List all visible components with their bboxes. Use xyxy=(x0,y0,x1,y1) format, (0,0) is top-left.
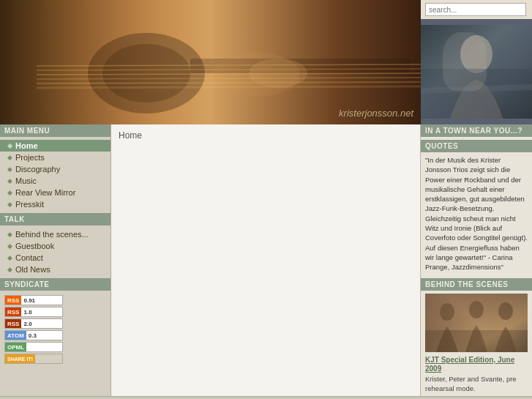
menu-dot: ◆ xyxy=(7,231,12,238)
sidebar-item-guestbook[interactable]: ◆ Guestbook xyxy=(0,240,110,252)
sidebar-item-home[interactable]: ◆ Home xyxy=(0,140,110,152)
main-menu: ◆ Home ◆ Projects ◆ Discography ◆ Music … xyxy=(0,137,110,213)
badge-atom-version: 0.3 xyxy=(26,331,62,340)
quotes-header: QUOTES xyxy=(421,140,532,152)
syndicate-area: RSS 0.91 RSS 1.0 RSS 2.0 ATOM 0.3 OPML xyxy=(0,291,110,368)
badge-share-label: SHARE IT! xyxy=(5,354,35,363)
badge-atom-label: ATOM xyxy=(5,331,26,340)
badge-rss10-label: RSS xyxy=(5,307,21,316)
menu-dot: ◆ xyxy=(7,154,12,161)
talk-header: TALK xyxy=(0,213,110,225)
behind-caption: KJT Special Edition, June 2009 Krister, … xyxy=(421,352,532,397)
svg-rect-21 xyxy=(425,294,528,352)
menu-dot: ◆ xyxy=(7,266,12,273)
menu-dot: ◆ xyxy=(7,165,12,173)
svg-point-19 xyxy=(498,302,513,320)
content-title: Home xyxy=(119,130,413,141)
svg-rect-14 xyxy=(421,69,532,119)
badge-opml-label: OPML xyxy=(5,343,26,351)
menu-dot: ◆ xyxy=(7,189,12,196)
main-menu-header: MAIN MENU xyxy=(0,124,110,137)
share-badge[interactable]: SHARE IT! xyxy=(4,354,63,364)
rss20-badge[interactable]: RSS 2.0 xyxy=(4,318,63,329)
opml-badge[interactable]: OPML xyxy=(4,342,63,352)
behind-header: BEHIND THE SCENES xyxy=(421,278,532,291)
sidebar-item-behind-scenes[interactable]: ◆ Behind the scenes... xyxy=(0,228,110,240)
behind-caption-link[interactable]: KJT Special Edition, June 2009 xyxy=(425,356,514,373)
badge-rss20-label: RSS xyxy=(5,319,21,328)
main-content: Home xyxy=(111,124,421,396)
svg-point-18 xyxy=(469,301,484,318)
nearby-header: IN A TOWN NEAR YOU...? xyxy=(421,124,532,137)
sidebar-item-music[interactable]: ◆ Music xyxy=(0,175,110,187)
atom-badge[interactable]: ATOM 0.3 xyxy=(4,330,63,340)
badge-opml-version xyxy=(26,343,62,351)
search-input[interactable] xyxy=(425,3,526,16)
behind-caption-text: Krister, Peter and Svante, pre rehearsal… xyxy=(425,374,528,394)
footer: (C) 2011 kristerjonsson.net xyxy=(0,396,532,399)
syndicate-header: SYNDICATE xyxy=(0,278,110,291)
svg-point-13 xyxy=(460,35,492,73)
svg-rect-20 xyxy=(425,330,528,352)
menu-dot: ◆ xyxy=(7,177,12,184)
svg-point-10 xyxy=(249,59,307,88)
svg-rect-16 xyxy=(425,294,528,352)
banner-image: kristerjonsson.net xyxy=(0,0,421,124)
talk-menu: ◆ Behind the scenes... ◆ Guestbook ◆ Con… xyxy=(0,225,110,278)
sidebar-item-rear-view-mirror[interactable]: ◆ Rear View Mirror xyxy=(0,187,110,198)
header-photo xyxy=(421,19,532,124)
rss10-badge[interactable]: RSS 1.0 xyxy=(4,307,63,317)
svg-point-1 xyxy=(102,44,190,102)
badge-rss091-label: RSS xyxy=(5,296,21,305)
rss091-badge[interactable]: RSS 0.91 xyxy=(4,295,63,305)
search-box xyxy=(421,0,532,19)
behind-image xyxy=(425,294,528,352)
badge-rss20-version: 2.0 xyxy=(21,319,62,328)
badge-rss10-version: 1.0 xyxy=(21,307,62,316)
sidebar-item-contact[interactable]: ◆ Contact xyxy=(0,252,110,264)
svg-line-15 xyxy=(421,87,532,91)
site-name-watermark: kristerjonsson.net xyxy=(339,108,413,119)
quote-text: "In der Musik des Krister Jonsson Trios … xyxy=(421,152,532,275)
sidebar-item-presskit[interactable]: ◆ Presskit xyxy=(0,198,110,210)
menu-dot: ◆ xyxy=(7,242,12,250)
sidebar-item-old-news[interactable]: ◆ Old News xyxy=(0,264,110,275)
menu-dot: ◆ xyxy=(7,142,12,149)
sidebar-item-projects[interactable]: ◆ Projects xyxy=(0,152,110,163)
sidebar-item-discography[interactable]: ◆ Discography xyxy=(0,163,110,175)
menu-dot: ◆ xyxy=(7,201,12,208)
menu-dot: ◆ xyxy=(7,254,12,261)
badge-rss091-version: 0.91 xyxy=(21,296,62,305)
svg-point-17 xyxy=(440,303,454,321)
right-sidebar: IN A TOWN NEAR YOU...? QUOTES "In der Mu… xyxy=(421,124,532,396)
